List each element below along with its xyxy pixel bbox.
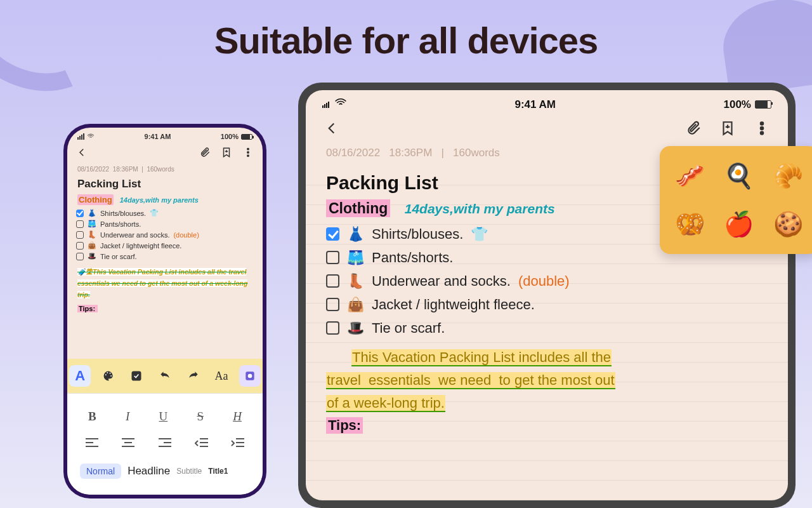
checkbox-button[interactable] [126,365,147,387]
svg-point-3 [105,374,107,375]
svg-point-12 [761,131,763,134]
note-title[interactable]: Packing List [67,174,263,194]
checkbox[interactable] [326,274,339,288]
underline-button[interactable]: U [159,410,167,424]
bookmark-icon[interactable] [719,120,736,139]
section-subtitle[interactable]: 14days,with my parents [405,201,555,216]
tablet-status-bar: 9:41 AM 100% [306,90,788,115]
svg-point-11 [761,127,763,130]
back-icon[interactable] [324,120,340,139]
align-right-icon[interactable] [158,438,172,451]
note-paragraph[interactable]: This Vacation Packing List includes all … [326,346,768,415]
sticker-croissant[interactable]: 🥐 [767,155,809,197]
svg-point-10 [761,122,763,124]
italic-button[interactable]: I [126,410,129,424]
checkbox[interactable] [76,253,84,260]
svg-point-5 [109,373,110,374]
sticker-cookies[interactable]: 🍪 [767,203,809,245]
wifi-icon [334,97,347,112]
align-center-icon[interactable] [121,438,135,451]
note-meta: 08/16/2022 18:36PM | 160words [67,164,263,174]
phone-status-bar: 9:41 AM 100% [67,128,263,143]
checkbox[interactable] [76,220,84,228]
signal-icon [77,133,84,140]
list-item: 👜Jacket / lightweight fleece. [326,293,768,316]
checkbox[interactable] [326,227,339,241]
back-icon[interactable] [76,147,88,161]
phone-app-bar [67,143,263,164]
list-item: 👜Jacket / lightweight fleece. [76,240,254,251]
style-title1[interactable]: Title1 [208,467,228,476]
more-icon[interactable] [754,120,770,139]
style-headline[interactable]: Headline [128,465,170,478]
svg-point-6 [110,375,112,377]
phone-device-frame: 9:41 AM 100% 08/16/2022 18:36PM | 160wor… [63,124,266,498]
indent-increase-icon[interactable] [231,438,245,451]
bold-button[interactable]: B [88,410,96,424]
svg-point-9 [247,374,252,378]
svg-point-2 [247,155,249,156]
svg-point-1 [247,152,249,153]
section-heading[interactable]: Clothing [326,199,390,217]
indent-decrease-icon[interactable] [195,438,209,451]
note-paragraph[interactable]: 🧳🏝This Vacation Packing List includes al… [67,264,263,304]
undo-button[interactable] [154,365,176,387]
palette-button[interactable] [98,365,119,387]
checkbox[interactable] [76,242,84,250]
tips-heading[interactable]: Tips: [326,417,363,434]
align-left-icon[interactable] [85,438,99,451]
section-subtitle[interactable]: 14days,with my parents [120,196,199,204]
text-style-button[interactable]: A [69,365,91,387]
format-panel: B I U S H Normal Headline Subtitle Title… [67,393,263,495]
status-battery-pct: 100% [221,133,239,140]
wifi-icon [87,133,95,140]
list-item: 🎩Tie or scarf. [76,251,254,262]
attach-icon[interactable] [685,120,702,139]
checkbox[interactable] [76,210,84,217]
sticker-egg[interactable]: 🍳 [717,155,760,197]
svg-rect-7 [132,371,141,381]
tablet-app-bar [306,115,788,144]
list-item: 👗Shirts/blouses.👕 [76,208,254,218]
redo-button[interactable] [183,365,204,387]
promo-headline: Suitable for all devices [0,19,812,62]
list-item: 👢Underwear and socks.(double) [76,229,254,240]
more-icon[interactable] [242,147,254,161]
sticker-pretzel[interactable]: 🥨 [669,203,711,245]
battery-icon [241,134,252,140]
tips-heading[interactable]: Tips: [77,305,98,312]
attach-icon[interactable] [199,147,211,161]
svg-point-4 [107,372,108,373]
battery-icon [755,100,771,109]
signal-icon [322,102,329,108]
style-subtitle[interactable]: Subtitle [176,467,202,476]
sticker-button[interactable] [239,365,261,387]
checklist[interactable]: 👗Shirts/blouses.👕 🩳Pants/shorts. 👢Underw… [67,205,263,264]
list-item: 🩳Pants/shorts. [76,218,254,229]
status-battery-pct: 100% [724,98,751,111]
sticker-apple[interactable]: 🍎 [717,203,760,245]
bookmark-icon[interactable] [221,147,232,161]
editor-toolbar: A Aa [67,359,263,393]
status-time: 9:41 AM [145,133,171,140]
checkbox[interactable] [76,231,84,239]
checkbox[interactable] [326,298,339,311]
strike-button[interactable]: S [197,410,204,424]
checkbox[interactable] [326,251,339,264]
list-item: 👢Underwear and socks.(double) [326,269,768,293]
style-normal[interactable]: Normal [80,464,121,479]
sticker-bacon[interactable]: 🥓 [669,155,711,197]
svg-point-0 [247,149,249,150]
list-item: 🎩Tie or scarf. [326,316,768,340]
checkbox[interactable] [326,321,339,335]
phone-screen: 9:41 AM 100% 08/16/2022 18:36PM | 160wor… [67,128,263,495]
font-button[interactable]: Aa [211,365,232,387]
section-heading[interactable]: Clothing [77,194,114,205]
highlight-button[interactable]: H [233,410,242,424]
sticker-panel: 🥓 🍳 🥐 🥨 🍎 🍪 [660,146,812,254]
status-time: 9:41 AM [514,98,556,111]
